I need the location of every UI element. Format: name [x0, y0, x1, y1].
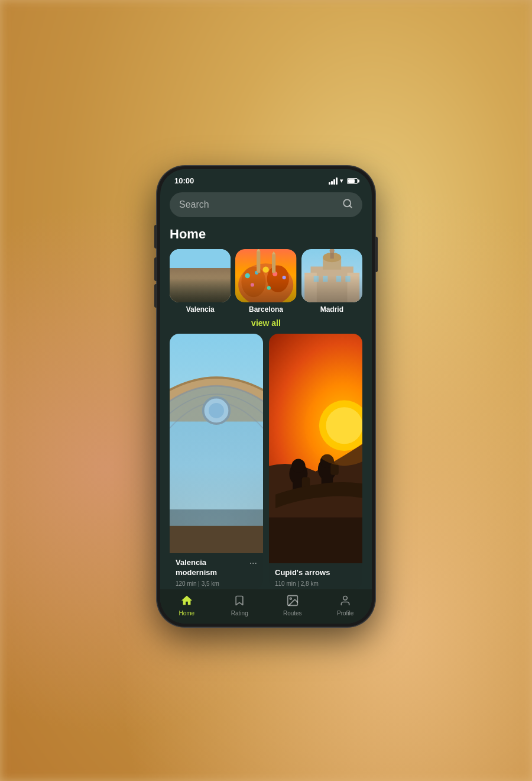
barcelona-image	[235, 249, 296, 302]
bottom-nav: Home Rating	[160, 589, 372, 624]
city-card-valencia[interactable]: Valencia	[170, 249, 231, 314]
home-section-title: Home	[170, 227, 362, 242]
status-time: 10:00	[174, 176, 194, 185]
valencia-label: Valencia	[170, 305, 231, 314]
madrid-image	[301, 249, 362, 302]
search-icon	[342, 198, 353, 211]
city-cards-row: Valencia	[170, 249, 362, 314]
signal-icon	[329, 178, 338, 185]
route2-title: Cupid's arrows	[275, 568, 356, 578]
battery-icon	[347, 178, 358, 184]
nav-home[interactable]: Home	[169, 594, 205, 617]
route-card-valencia-modernism[interactable]: Valencia modernism ··· 120 min | 3,5 km	[170, 334, 263, 589]
nav-profile[interactable]: Profile	[327, 594, 363, 617]
svg-rect-59	[330, 463, 339, 475]
search-bar[interactable]: Search	[170, 192, 362, 217]
screen-content: Search Home	[160, 188, 372, 589]
svg-line-1	[349, 205, 351, 207]
route1-info: Valencia modernism ··· 120 min | 3,5 km	[170, 553, 263, 589]
route2-image	[269, 334, 362, 563]
route-card-cupids-arrows[interactable]: Cupid's arrows 110 min | 2,8 km	[269, 334, 362, 589]
svg-point-64	[343, 596, 348, 601]
city-card-madrid[interactable]: Madrid	[301, 249, 362, 314]
route1-more-button[interactable]: ···	[249, 558, 257, 569]
profile-nav-icon	[339, 594, 351, 609]
route1-image	[170, 334, 263, 553]
city-card-barcelona[interactable]: Barcelona	[235, 249, 296, 314]
search-placeholder: Search	[179, 199, 209, 210]
profile-nav-label: Profile	[337, 610, 353, 617]
svg-rect-60	[269, 517, 362, 563]
routes-nav-icon	[286, 594, 299, 609]
phone-frame: 10:00 ▾ Sear	[157, 166, 375, 627]
phone-screen: 10:00 ▾ Sear	[160, 169, 372, 624]
nav-rating[interactable]: Rating	[222, 594, 257, 617]
route2-meta: 110 min | 2,8 km	[275, 580, 356, 587]
svg-rect-48	[170, 509, 263, 553]
nav-routes[interactable]: Routes	[275, 594, 310, 617]
valencia-image	[170, 249, 231, 302]
route1-meta: 120 min | 3,5 km	[176, 580, 257, 587]
madrid-label: Madrid	[301, 305, 362, 314]
phone-device: 10:00 ▾ Sear	[157, 166, 375, 627]
route1-title: Valencia modernism	[176, 558, 247, 578]
wifi-icon: ▾	[340, 177, 343, 185]
svg-point-63	[290, 598, 291, 599]
barcelona-label: Barcelona	[235, 305, 296, 314]
route2-info: Cupid's arrows 110 min | 2,8 km	[269, 563, 362, 589]
routes-nav-label: Routes	[283, 610, 302, 617]
svg-point-55	[291, 459, 305, 473]
status-bar: 10:00 ▾	[160, 169, 372, 188]
view-all-link[interactable]: view all	[170, 318, 362, 328]
rating-nav-label: Rating	[231, 610, 248, 617]
route-cards-row: Valencia modernism ··· 120 min | 3,5 km	[170, 334, 362, 589]
svg-point-46	[209, 403, 224, 418]
rating-nav-icon	[233, 594, 245, 609]
home-nav-icon	[180, 594, 193, 609]
status-icons: ▾	[329, 177, 358, 185]
home-nav-label: Home	[179, 610, 194, 617]
